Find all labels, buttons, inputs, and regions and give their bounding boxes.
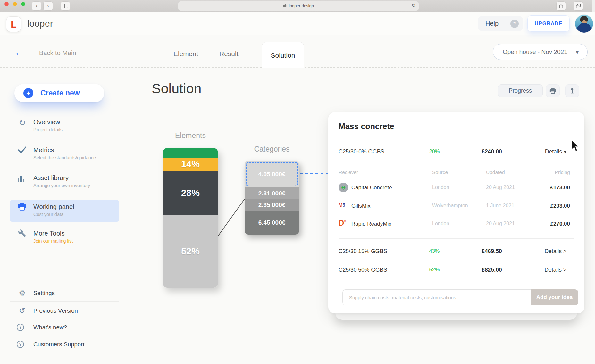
segment-label: 28% — [181, 188, 200, 198]
supplier-pricing: £203.00 — [550, 203, 570, 209]
help-button[interactable]: Help ? — [478, 16, 523, 31]
browser-chrome: ‹ › looper design ↻ — [0, 0, 595, 12]
segment-label: 2.31 000€ — [258, 190, 286, 197]
back-arrow-icon[interactable]: ← — [14, 47, 24, 57]
divider — [10, 301, 119, 302]
supplier-name[interactable]: GillsMix — [351, 203, 371, 209]
progress-button[interactable]: Progress — [498, 84, 543, 97]
add-idea-button[interactable]: Add your idea — [531, 289, 578, 305]
mix-details-button[interactable]: Details > — [544, 248, 566, 255]
sidebar-item-overview[interactable]: ↻ Overview Project details — [17, 118, 63, 132]
supplier-name[interactable]: Capital Concrete — [351, 185, 392, 191]
segment[interactable]: 14% — [163, 158, 218, 171]
supplier-name[interactable]: Rapid ReadyMix — [351, 221, 391, 227]
pin-icon[interactable] — [565, 84, 579, 97]
tabs-overview-icon[interactable] — [574, 2, 583, 10]
info-circle-icon: i — [17, 324, 28, 331]
supplier-pricing: £173.00 — [550, 185, 570, 191]
tab-element[interactable]: Element — [173, 50, 198, 58]
address-bar[interactable]: looper design ↻ — [178, 1, 419, 11]
browser-back-button[interactable]: ‹ — [32, 2, 41, 10]
check-icon — [17, 146, 28, 155]
tab-result[interactable]: Result — [219, 50, 239, 58]
lock-icon — [283, 3, 287, 9]
supplier-updated: 1 June 2021 — [486, 203, 514, 209]
bar-chart-icon — [17, 174, 28, 182]
divider — [339, 166, 574, 166]
looper-logo[interactable]: L — [6, 17, 21, 32]
close-window-button[interactable] — [4, 2, 9, 6]
project-dropdown[interactable]: Open house - Nov 2021 ▼ — [493, 44, 588, 60]
print-icon[interactable] — [546, 84, 560, 97]
supplier-source: London — [432, 185, 449, 190]
segment[interactable]: 2.31 000€ — [245, 187, 299, 199]
mix-price: £825.00 — [469, 267, 515, 273]
reload-icon[interactable]: ↻ — [411, 3, 415, 8]
segment-label: 14% — [181, 159, 200, 170]
sidebar-item-customers-support[interactable]: ? Customers Support — [17, 341, 84, 348]
sidebar-toggle-icon[interactable] — [61, 2, 70, 10]
chevron-down-icon: ▼ — [575, 49, 580, 55]
tab-solution[interactable]: Solution — [262, 42, 304, 68]
active-mix-price: £240.00 — [469, 148, 515, 155]
segment-label: 52% — [181, 246, 200, 257]
mouse-cursor — [571, 140, 580, 153]
capital-concrete-logo: ⊖ — [339, 183, 348, 192]
mix-pct: 43% — [423, 248, 446, 254]
segment-label: 6.45 000€ — [258, 219, 286, 226]
divider — [339, 261, 574, 261]
supplier-updated: 20 Aug 2021 — [486, 221, 515, 227]
zoom-window-button[interactable] — [21, 2, 25, 6]
create-new-button[interactable]: + Create new — [14, 84, 104, 102]
printer-icon — [17, 203, 28, 212]
sidebar-item-metrics[interactable]: Metrics Select the standards/guidance — [17, 146, 96, 160]
nav-row: ← Back to Main Element Result Solution O… — [0, 35, 595, 68]
project-dropdown-value: Open house - Nov 2021 — [503, 48, 567, 55]
page-title: Solution — [152, 81, 201, 96]
sidebar-item-previous-version[interactable]: ↺ Previous Version — [17, 306, 78, 316]
question-badge-icon: ? — [510, 20, 519, 28]
supplier-source: Wolverhampton — [432, 203, 468, 209]
divider — [339, 238, 574, 239]
page-url-title: looper design — [289, 4, 314, 8]
mass-concrete-card: Mass concrete C25/30-0% GGBS 20% £240.00… — [328, 112, 584, 313]
gear-icon: ⚙ — [17, 288, 28, 298]
col-header-updated: Updated — [486, 170, 505, 175]
sidebar-item-whats-new[interactable]: i What's new? — [17, 324, 67, 331]
segment[interactable]: 6.45 000€ — [245, 211, 299, 235]
mix-details-button[interactable]: Details > — [544, 267, 566, 273]
categories-chart-title: Categories — [245, 145, 299, 153]
sidebar-item-working-panel[interactable]: Working panel Cost your data — [17, 203, 74, 217]
card-title: Mass concrete — [339, 122, 394, 131]
active-mix-pct: 20% — [423, 148, 446, 154]
elements-stacked-bar: 14%28%52% — [163, 148, 218, 288]
back-to-main-link[interactable]: Back to Main — [39, 49, 76, 57]
avatar[interactable] — [575, 15, 593, 33]
segment-label: 2.35 000€ — [258, 202, 286, 209]
segment[interactable]: 2.35 000€ — [245, 199, 299, 211]
minimize-window-button[interactable] — [13, 2, 17, 6]
mix-price: £469.50 — [469, 248, 515, 255]
segment[interactable]: 52% — [163, 215, 218, 288]
mix-name: C25/30 50% GGBS — [339, 267, 387, 273]
segment[interactable]: 4.05 000€ — [245, 161, 299, 187]
rapid-readymix-logo: D' — [339, 219, 346, 228]
segment[interactable]: 28% — [163, 171, 218, 215]
mix-pct: 52% — [423, 267, 446, 273]
active-mix-details-button[interactable]: Details ▾ — [545, 148, 566, 155]
divider — [10, 353, 119, 353]
browser-forward-button[interactable]: › — [44, 2, 53, 10]
sidebar-item-settings[interactable]: ⚙ Settings — [17, 288, 55, 298]
wrench-icon — [17, 229, 28, 239]
sidebar-item-more-tools[interactable]: More Tools Join our mailing list — [17, 229, 73, 244]
idea-input[interactable] — [342, 289, 531, 305]
segment-label: 4.05 000€ — [258, 171, 286, 178]
browser-scrollbar[interactable] — [592, 0, 595, 12]
col-header-source: Source — [432, 170, 448, 175]
sidebar-item-asset-library[interactable]: Asset library Arrange your own inventory — [17, 174, 90, 188]
support-clock-icon: ? — [17, 341, 28, 348]
gillsmix-logo: M5 — [339, 202, 345, 208]
share-icon[interactable] — [557, 2, 566, 10]
segment[interactable] — [163, 148, 218, 158]
upgrade-button[interactable]: UPGRADE — [527, 15, 570, 32]
